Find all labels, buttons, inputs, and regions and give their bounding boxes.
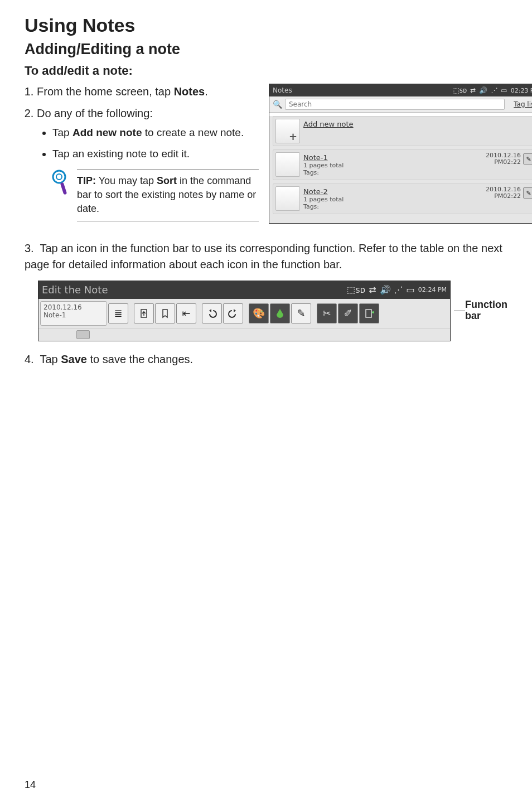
edit-note-screenshot: Edit the Note ⬚ѕᴅ ⇄ 🔊 ⋰ ▭ 02:24 PM 2010.… bbox=[38, 281, 451, 341]
note-thumb-icon bbox=[275, 186, 300, 211]
edit-note-icon[interactable]: ✎ bbox=[523, 187, 532, 199]
redo-icon[interactable] bbox=[223, 303, 243, 323]
tip-box: TIP: You may tap Sort in the command bar… bbox=[51, 169, 259, 221]
note-tags: Tags: bbox=[303, 203, 482, 210]
step-1: From the home screen, tap Notes. bbox=[37, 84, 259, 100]
page-title: Using Notes bbox=[25, 15, 507, 36]
svg-point-1 bbox=[56, 174, 62, 180]
svg-point-0 bbox=[53, 171, 65, 183]
note-pages: 1 pages total bbox=[303, 196, 482, 203]
substep-1: Tap Add new note to create a new note. bbox=[52, 125, 259, 141]
note-time: PM02:22 bbox=[486, 159, 521, 166]
svg-rect-2 bbox=[60, 182, 67, 195]
note-time: PM02:22 bbox=[486, 193, 521, 200]
pen-icon[interactable]: ✎ bbox=[291, 303, 311, 323]
clock: 02:24 PM bbox=[418, 286, 447, 293]
add-note-label: Add new note bbox=[303, 120, 532, 128]
horizontal-scrollbar[interactable] bbox=[38, 328, 450, 341]
notes-app-screenshot: Notes ⬚ѕᴅ ⇄ 🔊 ⋰ ▭ 02:23 PM 🔍 Search Tag … bbox=[269, 84, 532, 224]
subsection-title: To add/edit a note: bbox=[25, 64, 507, 78]
step-2: Do any of the following: Tap Add new not… bbox=[37, 105, 259, 221]
sound-icon: 🔊 bbox=[479, 86, 487, 94]
function-bar: 2010.12.16 Note-1 ≣ ⇤ 🎨 ✎ ✂ ✐ bbox=[38, 299, 450, 328]
add-page-icon[interactable] bbox=[359, 303, 379, 323]
network-icon: ⇄ bbox=[369, 284, 376, 295]
battery-icon: ▭ bbox=[501, 86, 507, 94]
substep-2: Tap an existing note to edit it. bbox=[52, 146, 259, 162]
note-title-box[interactable]: 2010.12.16 Note-1 bbox=[40, 301, 107, 326]
note-title: Note-2 bbox=[303, 187, 482, 196]
edit-note-icon[interactable]: ✎ bbox=[523, 153, 532, 165]
note-pages: 1 pages total bbox=[303, 162, 482, 169]
outdent-icon[interactable]: ⇤ bbox=[176, 303, 196, 323]
app-title: Notes bbox=[273, 86, 292, 94]
scroll-thumb[interactable] bbox=[76, 330, 90, 339]
sd-icon: ⬚ѕᴅ bbox=[347, 284, 365, 295]
add-new-note-row[interactable]: + Add new note bbox=[273, 116, 532, 146]
color-icon[interactable] bbox=[270, 303, 290, 323]
draw-icon[interactable]: ✐ bbox=[338, 303, 358, 323]
insert-page-icon[interactable] bbox=[134, 303, 154, 323]
tip-label: TIP: bbox=[77, 175, 96, 186]
wifi-icon: ⋰ bbox=[491, 86, 497, 94]
network-icon: ⇄ bbox=[470, 86, 476, 94]
step-text: Do any of the following: bbox=[37, 107, 153, 119]
clock: 02:23 PM bbox=[511, 87, 532, 94]
function-bar-callout: Function bar bbox=[454, 299, 507, 322]
tag-list-link[interactable]: Tag list bbox=[508, 100, 532, 108]
step-number: 4. bbox=[25, 353, 40, 365]
step-text: From the home screen, tap bbox=[37, 85, 174, 98]
sd-icon: ⬚ѕᴅ bbox=[453, 86, 467, 94]
undo-icon[interactable] bbox=[202, 303, 222, 323]
step-number: 3. bbox=[25, 242, 40, 254]
list-icon[interactable]: ≣ bbox=[108, 303, 128, 323]
add-note-thumb-icon: + bbox=[275, 119, 300, 143]
sound-icon: 🔊 bbox=[380, 284, 391, 295]
wifi-icon: ⋰ bbox=[394, 284, 403, 295]
search-icon[interactable]: 🔍 bbox=[269, 100, 285, 109]
search-input[interactable]: Search bbox=[285, 99, 505, 110]
note-thumb-icon bbox=[275, 152, 300, 177]
section-title: Adding/Editing a note bbox=[25, 41, 507, 58]
palette-icon[interactable]: 🎨 bbox=[249, 303, 269, 323]
note-tags: Tags: bbox=[303, 169, 482, 176]
magnifier-tip-icon bbox=[51, 169, 70, 200]
svg-rect-4 bbox=[366, 310, 371, 317]
cut-icon[interactable]: ✂ bbox=[317, 303, 337, 323]
note-row[interactable]: Note-1 1 pages total Tags: 2010.12.16 PM… bbox=[273, 149, 532, 180]
note-row[interactable]: Note-2 1 pages total Tags: 2010.12.16 PM… bbox=[273, 183, 532, 214]
step-text-tail: . bbox=[205, 85, 208, 98]
bookmark-icon[interactable] bbox=[155, 303, 175, 323]
page-number: 14 bbox=[25, 779, 36, 791]
battery-icon: ▭ bbox=[407, 284, 415, 295]
step-text-bold: Notes bbox=[174, 85, 205, 98]
app-title: Edit the Note bbox=[42, 284, 108, 296]
note-title: Note-1 bbox=[303, 153, 482, 162]
step-3-text: Tap an icon in the function bar to use i… bbox=[25, 242, 502, 270]
